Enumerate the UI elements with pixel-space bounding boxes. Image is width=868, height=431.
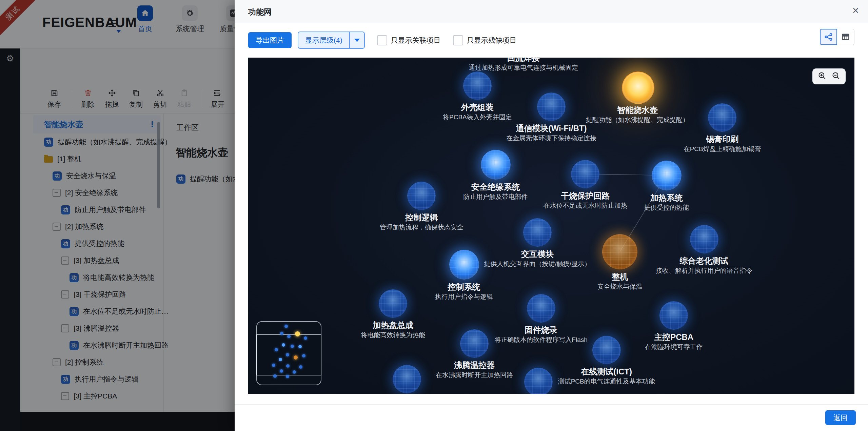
graph-node-heatplate[interactable]: 加热盘总成将电能高效转换为热能 xyxy=(379,289,407,318)
node-sphere xyxy=(652,161,682,190)
back-button[interactable]: 返回 xyxy=(825,410,856,425)
node-label: 回流焊接通过加热形成可靠电气连接与机械固定 xyxy=(469,58,578,72)
minimap-node-dot xyxy=(291,345,294,348)
node-sphere xyxy=(449,250,479,280)
graph-node-insulation[interactable]: 安全绝缘系统防止用户触及带电部件 xyxy=(481,150,511,180)
modal-header: 功能网 ✕ xyxy=(235,0,868,23)
node-desc: 在潮湿环境可靠工作 xyxy=(645,342,703,351)
node-desc: 将电能高效转换为热能 xyxy=(361,330,425,340)
node-desc: 提醒功能（如水沸提醒、完成提醒） xyxy=(586,115,689,124)
node-label: 交互模块提供人机交互界面（按键/触摸/显示） xyxy=(484,249,591,268)
node-title: 交互模块 xyxy=(484,249,591,259)
checkbox-icon[interactable] xyxy=(453,35,463,45)
node-title: 综合老化测试 xyxy=(656,256,752,266)
node-title: 加热系统 xyxy=(644,193,689,203)
display-level-button[interactable]: 显示层级(4) xyxy=(298,32,365,49)
graph-node-whole[interactable]: 整机安全烧水与保温 xyxy=(602,234,637,269)
minimap-node-dot xyxy=(293,370,296,374)
node-title: 干烧保护回路 xyxy=(544,191,627,201)
node-title: 通信模块(Wi-Fi/BT) xyxy=(506,123,596,134)
node-label: 干烧保护回路在水位不足或无水时防止加热 xyxy=(544,191,627,210)
node-desc: 在水位不足或无水时防止加热 xyxy=(544,201,627,210)
node-sphere xyxy=(460,329,489,358)
graph-node-ctrl-logic[interactable]: 控制逻辑管理加热流程，确保状态安全 xyxy=(407,182,436,210)
graph-node-heating[interactable]: 加热系统提供受控的热能 xyxy=(652,161,682,190)
node-title: 控制逻辑 xyxy=(380,212,463,223)
graph-node-dryburn[interactable]: 干烧保护回路在水位不足或无水时防止加热 xyxy=(571,160,599,188)
node-sphere xyxy=(523,218,552,247)
node-desc: 将PCBA装入外壳并固定 xyxy=(443,112,512,122)
node-sphere xyxy=(602,234,637,269)
node-sphere xyxy=(463,71,492,100)
only-related-checkbox[interactable]: 只显示关联项目 xyxy=(377,35,441,45)
graph-node-case[interactable]: 外壳组装将PCBA装入外壳并固定 xyxy=(463,71,492,100)
graph-node-firmware[interactable]: 固件烧录将正确版本的软件程序写入Flash xyxy=(527,294,555,323)
graph-node-ict[interactable]: 在线测试(ICT)测试PCB的电气连通性及基本功能 xyxy=(592,336,621,364)
node-title: 安全绝缘系统 xyxy=(463,182,528,192)
node-title: 外壳组装 xyxy=(443,102,512,112)
node-sphere xyxy=(393,365,421,393)
graph-node-aging[interactable]: 综合老化测试接收、解析并执行用户的语音指令 xyxy=(690,225,718,253)
node-desc: 将正确版本的软件程序写入Flash xyxy=(494,335,587,344)
node-sphere xyxy=(537,93,566,121)
node-title: 控制系统 xyxy=(435,282,493,292)
node-sphere xyxy=(592,336,621,364)
node-sphere xyxy=(527,294,555,323)
node-title: 沸腾温控器 xyxy=(436,360,513,370)
minimap-node-dot xyxy=(298,345,302,348)
minimap-node-dot xyxy=(304,336,307,340)
node-title: 智能烧水壶 xyxy=(586,105,689,115)
view-switch xyxy=(820,29,854,45)
zoom-out-icon[interactable] xyxy=(831,71,841,82)
modal-toolbar: 导出图片 显示层级(4) 只显示关联项目 只显示残缺项目 xyxy=(248,23,517,58)
export-image-button[interactable]: 导出图片 xyxy=(248,32,292,48)
graph-node-edge-b[interactable] xyxy=(524,368,553,394)
node-label: 控制系统执行用户指令与逻辑 xyxy=(435,282,493,301)
close-icon[interactable]: ✕ xyxy=(852,6,859,16)
node-sphere xyxy=(571,160,599,188)
graph-node-pcba[interactable]: 主控PCBA在潮湿环境可靠工作 xyxy=(659,301,688,330)
display-level-label[interactable]: 显示层级(4) xyxy=(298,32,349,48)
only-missing-checkbox[interactable]: 只显示残缺项目 xyxy=(453,35,517,45)
graph-node-ctrl-sys[interactable]: 控制系统执行用户指令与逻辑 xyxy=(449,250,479,280)
graph-node-edge-a[interactable] xyxy=(393,365,421,393)
graph-node-comm[interactable]: 通信模块(Wi-Fi/BT)在金属壳体环境下保持稳定连接 xyxy=(537,93,566,121)
node-sphere xyxy=(690,225,718,253)
minimap-node-dot xyxy=(286,364,290,368)
graph-node-solder[interactable]: 锡膏印刷在PCB焊盘上精确施加锡膏 xyxy=(708,103,736,132)
node-label: 加热系统提供受控的热能 xyxy=(644,193,689,212)
graph-node-thermostat[interactable]: 沸腾温控器在水沸腾时断开主加热回路 xyxy=(460,329,489,358)
node-desc: 在水沸腾时断开主加热回路 xyxy=(436,370,513,379)
zoom-controls xyxy=(812,68,846,84)
node-title: 固件烧录 xyxy=(494,325,587,335)
node-title: 回流焊接 xyxy=(469,58,578,63)
minimap[interactable] xyxy=(256,321,321,385)
node-desc: 通过加热形成可靠电气连接与机械固定 xyxy=(469,63,578,72)
node-label: 外壳组装将PCBA装入外壳并固定 xyxy=(443,102,512,122)
table-view-button[interactable] xyxy=(837,29,854,45)
zoom-in-icon[interactable] xyxy=(817,71,827,82)
node-desc: 管理加热流程，确保状态安全 xyxy=(380,223,463,232)
node-label: 在线测试(ICT)测试PCB的电气连通性及基本功能 xyxy=(558,367,655,386)
graph-view-button[interactable] xyxy=(820,29,837,45)
graph-node-kettle[interactable]: 智能烧水壶提醒功能（如水沸提醒、完成提醒） xyxy=(622,71,653,103)
minimap-node-dot xyxy=(279,358,282,361)
checkbox-icon[interactable] xyxy=(377,35,387,45)
minimap-node-dot xyxy=(299,365,302,369)
node-desc: 测试PCB的电气连通性及基本功能 xyxy=(558,377,655,386)
minimap-node-dot xyxy=(284,325,288,328)
node-desc: 提供受控的热能 xyxy=(644,203,689,212)
minimap-node-dot xyxy=(273,374,277,378)
node-label: 加热盘总成将电能高效转换为热能 xyxy=(361,320,425,340)
dropdown-caret-icon[interactable] xyxy=(349,32,364,48)
node-label: 安全绝缘系统防止用户触及带电部件 xyxy=(463,182,528,201)
modal-title: 功能网 xyxy=(248,7,272,17)
function-net-canvas[interactable]: 回流焊接通过加热形成可靠电气连接与机械固定外壳组装将PCBA装入外壳并固定通信模… xyxy=(248,58,854,394)
node-desc: 提供人机交互界面（按键/触摸/显示） xyxy=(484,259,591,268)
minimap-node-dot xyxy=(302,354,305,357)
node-title: 在线测试(ICT) xyxy=(558,367,655,377)
node-sphere xyxy=(659,301,688,330)
node-label: 综合老化测试接收、解析并执行用户的语音指令 xyxy=(656,256,752,275)
node-label: 锡膏印刷在PCB焊盘上精确施加锡膏 xyxy=(684,134,761,153)
graph-node-interact[interactable]: 交互模块提供人机交互界面（按键/触摸/显示） xyxy=(523,218,552,247)
